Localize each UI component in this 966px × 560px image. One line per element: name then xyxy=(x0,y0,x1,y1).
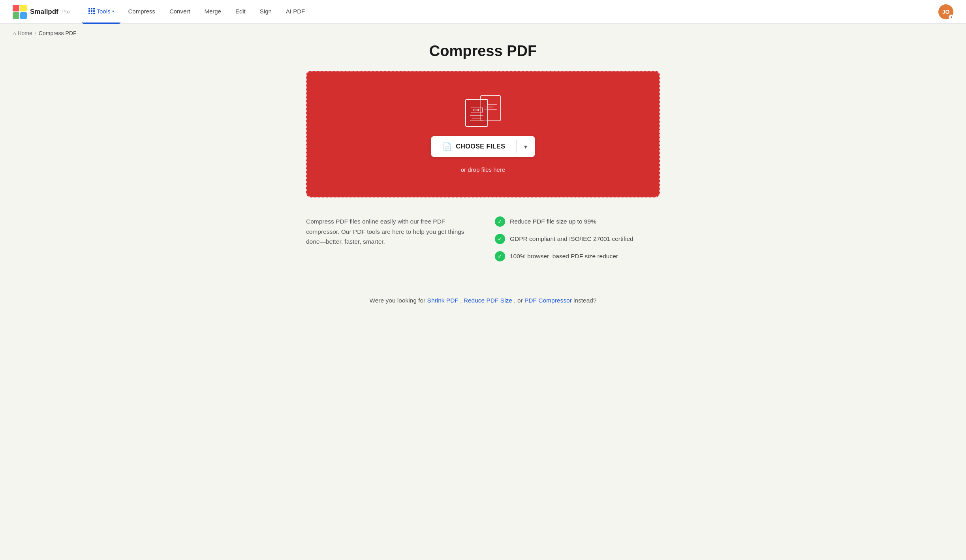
breadcrumb-home-link[interactable]: ⌂ Home xyxy=(13,30,32,36)
nav-convert-label: Convert xyxy=(169,8,190,15)
feature-text-1: Reduce PDF file size up to 99% xyxy=(510,218,596,225)
file-upload-icon: 📄 xyxy=(442,142,452,151)
user-avatar[interactable]: JO ▾ xyxy=(938,4,953,19)
shrink-pdf-label: Shrink PDF xyxy=(427,297,459,304)
home-icon: ⌂ xyxy=(13,30,16,36)
main-content: Compress PDF xyxy=(293,43,673,340)
feature-text-3: 100% browser–based PDF size reducer xyxy=(510,253,618,260)
feature-item: ✓ GDPR compliant and ISO/IEC 27001 certi… xyxy=(495,234,660,244)
separator-1: , xyxy=(460,297,464,304)
svg-rect-2 xyxy=(13,12,19,19)
nav-ai-pdf[interactable]: AI PDF xyxy=(280,0,311,24)
choose-files-label: CHOOSE FILES xyxy=(456,143,505,150)
breadcrumb-home-label: Home xyxy=(17,30,32,36)
check-icon-2: ✓ xyxy=(495,234,505,244)
svg-rect-3 xyxy=(20,12,27,19)
user-initials: JO xyxy=(942,9,950,15)
pdf-upload-icon: PDF xyxy=(465,95,501,127)
choose-files-container: 📄 CHOOSE FILES ▾ xyxy=(431,136,535,157)
nav-ai-pdf-label: AI PDF xyxy=(286,8,305,15)
shrink-pdf-link[interactable]: Shrink PDF xyxy=(427,297,459,304)
navbar: Smallpdf Pro Tools ▾ Compress Convert xyxy=(0,0,966,24)
nav-items: Tools ▾ Compress Convert Merge Edit Sign… xyxy=(82,0,938,24)
check-icon-3: ✓ xyxy=(495,251,505,261)
looking-for-suffix: instead? xyxy=(573,297,597,304)
reduce-pdf-label: Reduce PDF Size xyxy=(464,297,512,304)
grid-icon xyxy=(88,8,95,14)
breadcrumb-current: Compress PDF xyxy=(39,30,77,36)
logo-text: Smallpdf xyxy=(30,8,58,16)
nav-compress-label: Compress xyxy=(128,8,155,15)
choose-files-button[interactable]: 📄 CHOOSE FILES xyxy=(431,137,517,157)
tools-chevron-icon: ▾ xyxy=(112,9,114,13)
nav-merge[interactable]: Merge xyxy=(198,0,227,24)
feature-text-2: GDPR compliant and ISO/IEC 27001 certifi… xyxy=(510,235,633,242)
svg-rect-1 xyxy=(20,5,27,11)
logo-icon xyxy=(13,5,27,19)
choose-files-dropdown-button[interactable]: ▾ xyxy=(517,136,535,157)
reduce-pdf-link[interactable]: Reduce PDF Size xyxy=(464,297,512,304)
feature-list: ✓ Reduce PDF file size up to 99% ✓ GDPR … xyxy=(495,216,660,261)
nav-tools-label: Tools xyxy=(96,8,110,15)
logo-link[interactable]: Smallpdf Pro xyxy=(13,5,70,19)
svg-rect-0 xyxy=(13,5,19,11)
nav-compress[interactable]: Compress xyxy=(122,0,162,24)
user-avatar-badge: ▾ xyxy=(949,15,954,20)
feature-description: Compress PDF files online easily with ou… xyxy=(306,216,471,247)
nav-merge-label: Merge xyxy=(204,8,221,15)
drop-hint-text: or drop files here xyxy=(461,166,506,173)
nav-tools[interactable]: Tools ▾ xyxy=(82,0,120,24)
logo-pro-badge: Pro xyxy=(62,9,70,15)
chevron-down-icon: ▾ xyxy=(524,143,527,150)
feature-item: ✓ Reduce PDF file size up to 99% xyxy=(495,216,660,227)
looking-for-section: Were you looking for Shrink PDF , Reduce… xyxy=(306,285,660,316)
feature-item: ✓ 100% browser–based PDF size reducer xyxy=(495,251,660,261)
nav-convert[interactable]: Convert xyxy=(163,0,197,24)
breadcrumb-separator: › xyxy=(35,30,36,36)
drop-zone[interactable]: PDF 📄 CHOOSE FILES ▾ or drop files here xyxy=(306,71,660,197)
page-title: Compress PDF xyxy=(306,43,660,60)
nav-sign[interactable]: Sign xyxy=(254,0,278,24)
nav-edit-label: Edit xyxy=(235,8,246,15)
features-section: Compress PDF files online easily with ou… xyxy=(306,216,660,261)
breadcrumb: ⌂ Home › Compress PDF xyxy=(0,24,966,43)
looking-for-prefix: Were you looking for xyxy=(369,297,427,304)
separator-2: , or xyxy=(514,297,524,304)
nav-edit[interactable]: Edit xyxy=(229,0,252,24)
nav-sign-label: Sign xyxy=(260,8,272,15)
check-icon-1: ✓ xyxy=(495,216,505,227)
pdf-compressor-label: PDF Compressor xyxy=(524,297,572,304)
pdf-compressor-link[interactable]: PDF Compressor xyxy=(524,297,572,304)
